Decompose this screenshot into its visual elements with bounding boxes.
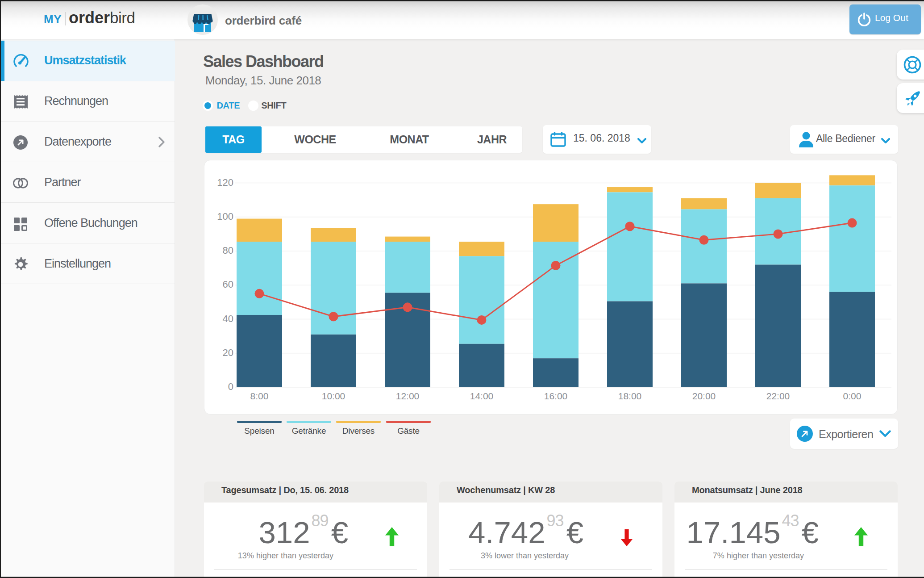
svg-text:16:00: 16:00 — [544, 391, 568, 401]
svg-text:12:00: 12:00 — [396, 391, 420, 401]
svg-text:60: 60 — [223, 279, 233, 290]
svg-text:22:00: 22:00 — [766, 391, 790, 401]
svg-text:80: 80 — [223, 245, 233, 256]
svg-text:20: 20 — [223, 347, 233, 358]
svg-text:40: 40 — [223, 313, 233, 324]
svg-text:10:00: 10:00 — [322, 391, 345, 401]
svg-text:120: 120 — [217, 177, 233, 188]
svg-text:20:00: 20:00 — [692, 391, 716, 401]
svg-text:8:00: 8:00 — [250, 391, 269, 401]
svg-text:18:00: 18:00 — [618, 391, 642, 401]
svg-text:0: 0 — [228, 381, 233, 392]
svg-text:0:00: 0:00 — [843, 391, 862, 401]
svg-text:100: 100 — [217, 211, 233, 222]
svg-text:14:00: 14:00 — [470, 391, 494, 401]
